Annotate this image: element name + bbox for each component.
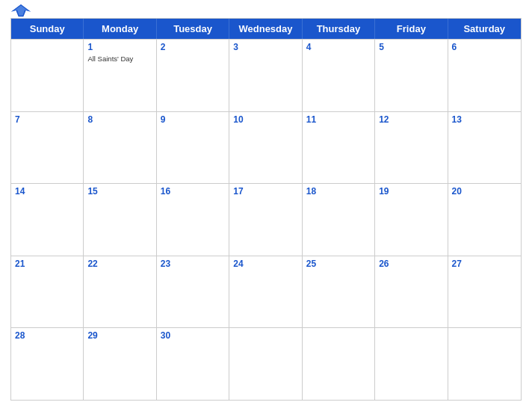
calendar-day-cell: 14 [11,184,84,256]
calendar-day-cell [229,328,302,400]
day-header-friday: Friday [375,19,448,39]
calendar-day-cell: 5 [375,40,448,111]
day-number: 30 [161,330,225,342]
day-number: 29 [87,330,152,342]
day-number: 19 [379,186,443,198]
day-number: 20 [452,186,517,198]
calendar-day-cell: 8 [84,112,156,184]
calendar-day-cell [375,328,448,400]
page-header [10,7,522,13]
calendar-day-cell: 10 [229,112,302,184]
calendar-day-cell: 20 [448,184,521,256]
calendar-day-cell: 18 [303,184,375,256]
day-number: 24 [233,259,297,271]
calendar-day-cell: 23 [157,256,229,328]
day-number: 7 [15,114,79,126]
days-of-week-header: SundayMondayTuesdayWednesdayThursdayFrid… [11,19,521,39]
day-header-thursday: Thursday [303,19,375,39]
day-header-monday: Monday [84,19,156,39]
day-number: 26 [379,259,443,271]
calendar-day-cell [448,328,521,400]
week-row-3: 14151617181920 [11,183,521,256]
calendar-grid: SundayMondayTuesdayWednesdayThursdayFrid… [10,18,522,401]
calendar-day-cell: 15 [84,184,156,256]
week-row-4: 21222324252627 [11,256,521,328]
calendar-day-cell: 19 [375,184,448,256]
calendar-day-cell: 28 [11,328,84,400]
day-number: 28 [15,330,79,342]
day-number: 21 [15,259,79,271]
calendar-day-cell: 22 [84,256,156,328]
day-number: 13 [452,114,517,126]
day-number: 9 [161,114,225,126]
calendar-page: SundayMondayTuesdayWednesdayThursdayFrid… [0,0,532,411]
day-number: 2 [161,42,225,54]
calendar-day-cell: 26 [375,256,448,328]
calendar-day-cell: 21 [11,256,84,328]
logo [10,3,34,18]
day-header-sunday: Sunday [11,19,84,39]
calendar-day-cell: 3 [229,40,302,111]
calendar-day-cell: 17 [229,184,302,256]
calendar-day-cell [11,40,84,111]
week-row-5: 282930 [11,327,521,400]
calendar-day-cell [303,328,375,400]
calendar-day-cell: 27 [448,256,521,328]
calendar-day-cell: 7 [11,112,84,184]
calendar-day-cell: 1All Saints' Day [84,40,156,111]
day-number: 8 [87,114,152,126]
calendar-day-cell: 29 [84,328,156,400]
calendar-day-cell: 13 [448,112,521,184]
calendar-day-cell: 6 [448,40,521,111]
day-number: 10 [233,114,297,126]
calendar-day-cell: 2 [157,40,229,111]
day-number: 11 [306,114,371,126]
calendar-day-cell: 11 [303,112,375,184]
calendar-day-cell: 16 [157,184,229,256]
day-number: 5 [379,42,443,54]
day-header-wednesday: Wednesday [229,19,302,39]
calendar-day-cell: 9 [157,112,229,184]
day-number: 25 [306,259,371,271]
day-number: 4 [306,42,371,54]
day-number: 3 [233,42,297,54]
calendar-day-cell: 12 [375,112,448,184]
logo-icon [10,3,31,18]
day-number: 6 [452,42,517,54]
calendar-day-cell: 30 [157,328,229,400]
calendar-body: 1All Saints' Day234567891011121314151617… [11,39,521,400]
day-number: 16 [161,186,225,198]
day-number: 23 [161,259,225,271]
week-row-2: 78910111213 [11,111,521,184]
day-number: 27 [452,259,517,271]
day-event: All Saints' Day [87,55,152,64]
calendar-day-cell: 25 [303,256,375,328]
day-number: 22 [87,259,152,271]
week-row-1: 1All Saints' Day23456 [11,39,521,111]
day-header-tuesday: Tuesday [157,19,229,39]
day-number: 1 [87,42,152,54]
day-number: 15 [87,186,152,198]
calendar-day-cell: 24 [229,256,302,328]
day-number: 14 [15,186,79,198]
day-number: 17 [233,186,297,198]
day-header-saturday: Saturday [448,19,521,39]
calendar-day-cell: 4 [303,40,375,111]
day-number: 18 [306,186,371,198]
day-number: 12 [379,114,443,126]
